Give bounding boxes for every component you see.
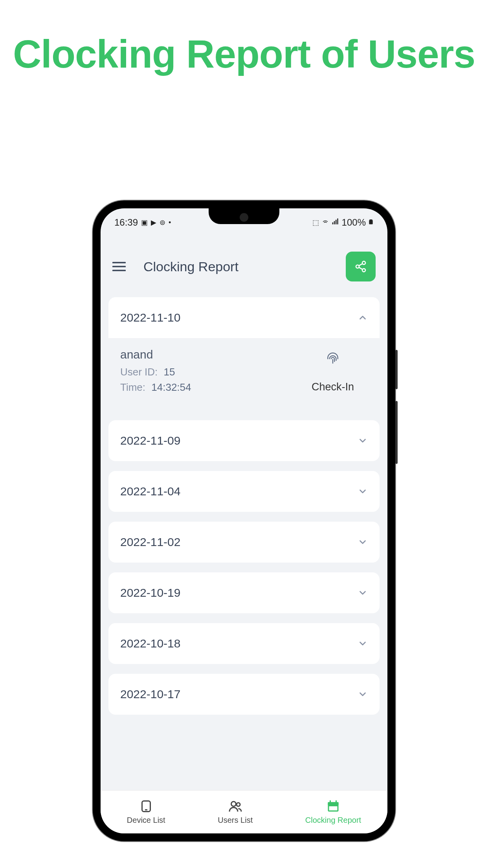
youtube-icon: ▶: [151, 218, 156, 227]
phone-notch: [209, 208, 279, 224]
svg-point-10: [356, 265, 359, 268]
svg-line-12: [359, 264, 362, 266]
tablet-icon: [139, 799, 153, 813]
fingerprint-icon: [326, 352, 339, 365]
status-left: 16:39 ▣ ▶ ⊚ •: [114, 217, 171, 228]
bottom-nav: Device List Users List Clocking Report: [101, 790, 387, 833]
svg-rect-19: [328, 802, 339, 805]
nav-users-list[interactable]: Users List: [218, 799, 253, 825]
phone-frame: 16:39 ▣ ▶ ⊚ • ⬚ 100%: [93, 200, 395, 841]
svg-rect-2: [336, 220, 337, 224]
chevron-down-icon: [358, 436, 368, 446]
nav-label: Users List: [218, 816, 253, 825]
svg-point-17: [237, 803, 240, 806]
menu-icon[interactable]: [112, 261, 126, 272]
date-row[interactable]: 2022-10-18: [108, 623, 380, 664]
nav-label: Device List: [127, 816, 165, 825]
status-time: 16:39: [114, 217, 138, 228]
svg-rect-1: [334, 221, 335, 224]
user-name: anand: [120, 348, 191, 361]
chevron-down-icon: [358, 689, 368, 699]
svg-point-11: [362, 268, 365, 272]
date-text: 2022-10-18: [120, 637, 180, 650]
battery-percent: 100%: [342, 217, 366, 228]
page-title: Clocking Report of Users: [0, 0, 488, 77]
chevron-down-icon: [358, 537, 368, 547]
date-text: 2022-11-10: [120, 311, 180, 324]
date-row[interactable]: 2022-10-19: [108, 572, 380, 613]
svg-rect-4: [370, 219, 372, 220]
svg-line-13: [359, 267, 362, 269]
date-text: 2022-10-17: [120, 688, 180, 701]
nav-label: Clocking Report: [305, 816, 361, 825]
action-label: Check-In: [312, 381, 354, 393]
users-icon: [228, 799, 242, 813]
date-row[interactable]: 2022-11-09: [108, 420, 380, 461]
chevron-down-icon: [358, 486, 368, 497]
records-list: 2022-11-10 anand User ID: 15 Time: 14:32…: [101, 297, 387, 715]
battery-icon: [368, 217, 374, 228]
date-text: 2022-11-02: [120, 535, 180, 549]
header-title: Clocking Report: [143, 259, 238, 274]
phone-side-button: [395, 350, 398, 389]
date-row[interactable]: 2022-11-04: [108, 471, 380, 512]
date-row[interactable]: 2022-10-17: [108, 674, 380, 715]
date-row[interactable]: 2022-11-02: [108, 522, 380, 563]
chevron-down-icon: [358, 588, 368, 598]
chevron-up-icon: [358, 313, 368, 323]
date-text: 2022-11-04: [120, 485, 180, 498]
settings-status-icon: ⊚: [160, 218, 165, 227]
data-icon: ⬚: [312, 218, 319, 227]
phone-side-button: [395, 401, 398, 464]
time-value: 14:32:54: [151, 381, 191, 393]
user-id-row: User ID: 15: [120, 366, 191, 378]
user-id-value: 15: [164, 366, 175, 378]
svg-rect-5: [369, 220, 372, 224]
wifi-icon: [321, 218, 329, 228]
app-header: Clocking Report: [101, 232, 387, 297]
time-row: Time: 14:32:54: [120, 381, 191, 394]
date-row[interactable]: 2022-11-10: [108, 297, 380, 338]
gallery-icon: ▣: [141, 218, 148, 227]
svg-rect-22: [329, 806, 338, 811]
svg-rect-3: [337, 218, 338, 224]
dot-icon: •: [169, 219, 171, 227]
phone-screen: 16:39 ▣ ▶ ⊚ • ⬚ 100%: [101, 208, 387, 833]
user-id-label: User ID:: [120, 366, 158, 378]
nav-device-list[interactable]: Device List: [127, 799, 165, 825]
calendar-icon: [326, 799, 340, 813]
svg-rect-0: [332, 222, 333, 224]
date-text: 2022-11-09: [120, 434, 180, 447]
svg-point-9: [362, 261, 365, 265]
share-button[interactable]: [346, 252, 376, 281]
chevron-down-icon: [358, 638, 368, 649]
status-right: ⬚ 100%: [312, 217, 374, 228]
time-label: Time:: [120, 381, 145, 393]
nav-clocking-report[interactable]: Clocking Report: [305, 799, 361, 825]
signal-icon: [332, 218, 339, 228]
svg-point-16: [231, 802, 236, 806]
record-detail: anand User ID: 15 Time: 14:32:54: [108, 338, 380, 410]
date-text: 2022-10-19: [120, 586, 180, 600]
